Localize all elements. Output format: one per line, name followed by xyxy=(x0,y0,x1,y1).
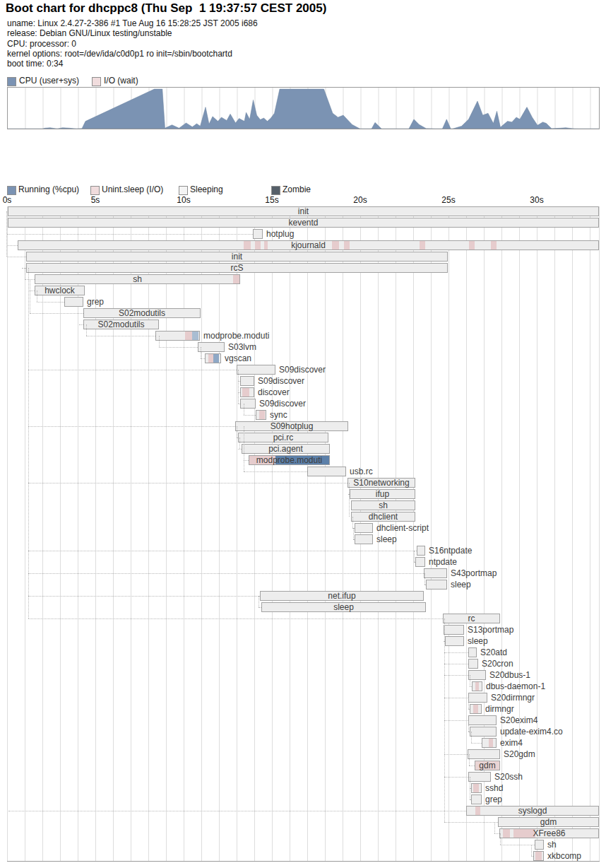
io-wait-segment xyxy=(475,682,479,691)
tree-connector-vertical xyxy=(30,279,30,313)
tree-connector-vertical xyxy=(6,211,7,257)
tree-connector xyxy=(7,257,26,257)
process-label: rc xyxy=(443,614,500,623)
process-label: sleep xyxy=(468,636,488,646)
tree-connector-vertical xyxy=(201,347,201,358)
process-bar xyxy=(240,399,256,409)
tree-connector xyxy=(244,415,256,416)
process-bar xyxy=(445,636,464,646)
cpu-running-segment xyxy=(213,354,219,363)
tree-connector-vertical xyxy=(471,732,472,743)
tree-connector-vertical xyxy=(494,822,495,833)
gridline xyxy=(113,206,114,861)
process-label: hotplug xyxy=(266,229,294,239)
process-label: S20ssh xyxy=(494,772,523,782)
chart-bottom-border xyxy=(7,861,600,862)
tree-connector xyxy=(471,743,482,744)
process-bar xyxy=(470,727,497,737)
process-bar xyxy=(444,625,464,635)
process-bar xyxy=(471,794,482,804)
io-wait-segment xyxy=(185,332,192,340)
tree-connector-vertical xyxy=(237,426,237,438)
gridline xyxy=(501,206,502,861)
process-bar xyxy=(468,670,486,680)
gridline xyxy=(42,206,43,861)
gridline xyxy=(219,206,220,861)
process-bar xyxy=(424,568,447,578)
tree-connector-vertical xyxy=(28,268,29,618)
tree-connector xyxy=(28,370,237,370)
io-wait-segment xyxy=(473,705,478,713)
tree-connector xyxy=(444,777,468,778)
gridline xyxy=(360,206,361,861)
gridline xyxy=(166,206,167,861)
process-label: S09discover xyxy=(279,365,326,375)
process-bar xyxy=(468,659,478,669)
process-label: S16ntpdate xyxy=(429,546,472,556)
process-label: gdm xyxy=(498,817,599,827)
tree-connector xyxy=(444,822,498,823)
process-label: modprobe.moduti xyxy=(249,455,330,465)
tree-connector-vertical xyxy=(424,573,425,585)
process-label: init xyxy=(8,206,599,216)
process-bar xyxy=(426,580,447,590)
tree-connector xyxy=(244,460,249,461)
tree-connector xyxy=(444,664,468,664)
process-bar xyxy=(155,331,200,341)
process-bar xyxy=(535,840,544,850)
tree-connector xyxy=(30,291,35,291)
process-label: syslogd xyxy=(466,806,599,816)
gridline xyxy=(307,206,308,861)
tree-connector-vertical xyxy=(444,618,445,822)
process-label: sh xyxy=(351,500,415,510)
process-label: keventd xyxy=(8,218,599,228)
process-label: S20cron xyxy=(482,659,513,669)
process-label: update-exim4.co xyxy=(500,727,563,737)
process-label: usb.rc xyxy=(350,467,373,476)
tree-connector-vertical xyxy=(414,551,415,562)
bootchart-image: Boot chart for dhcppc8 (Thu Sep 1 19:37:… xyxy=(0,0,606,868)
gridline xyxy=(25,206,25,861)
process-label: sleep xyxy=(451,580,471,590)
process-bar xyxy=(205,353,221,363)
process-label: S09discover xyxy=(259,399,306,409)
process-bar xyxy=(468,749,500,759)
process-label: pci.agent xyxy=(242,444,330,454)
tree-connector xyxy=(28,618,443,619)
gridline xyxy=(572,206,573,861)
tree-connector-vertical xyxy=(531,845,532,856)
tree-connector xyxy=(444,754,468,755)
gridline xyxy=(343,206,343,861)
tree-connector xyxy=(444,652,468,653)
process-label: S20dirmngr xyxy=(491,693,535,703)
process-label: XFree86 xyxy=(499,828,599,838)
process-bar xyxy=(468,715,497,725)
process-label: discover xyxy=(258,387,290,397)
process-label: grep xyxy=(485,794,502,804)
gridline xyxy=(237,206,237,861)
process-label: S10networking xyxy=(347,478,415,488)
process-bar xyxy=(472,681,482,691)
process-label: dhclient-script xyxy=(376,523,429,533)
tree-connector-vertical xyxy=(25,268,25,279)
process-label: ntpdate xyxy=(429,557,457,567)
tree-connector xyxy=(28,483,347,483)
tree-connector xyxy=(28,426,235,427)
tree-connector-vertical xyxy=(352,517,353,528)
process-bar xyxy=(468,647,477,657)
process-label: S03lvm xyxy=(228,342,256,352)
gridline xyxy=(7,206,8,861)
tree-connector xyxy=(8,811,466,811)
process-label: sh xyxy=(35,274,240,284)
io-wait-segment xyxy=(489,739,493,747)
io-wait-segment xyxy=(242,388,249,397)
gridline xyxy=(131,206,131,861)
process-label: rcS xyxy=(26,263,448,273)
process-label: S20exim4 xyxy=(500,715,537,725)
process-label: sh xyxy=(547,840,557,850)
tree-connector xyxy=(444,698,468,698)
tree-connector-vertical xyxy=(86,324,87,336)
gridline xyxy=(554,206,555,861)
process-label: S09hotplug xyxy=(235,421,348,431)
gridline xyxy=(590,206,590,861)
